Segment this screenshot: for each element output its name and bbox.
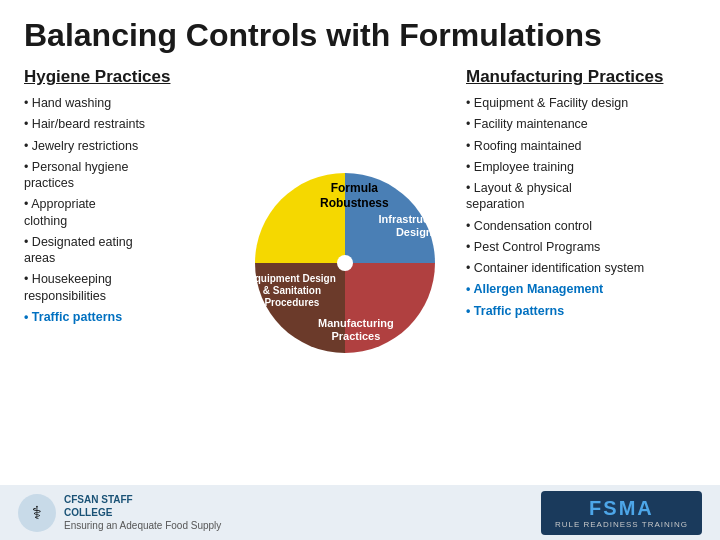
- list-item: Container identification system: [466, 260, 696, 276]
- list-item: Condensation control: [466, 218, 696, 234]
- cfsan-logo-icon: ⚕: [18, 494, 56, 532]
- svg-point-0: [337, 255, 353, 271]
- footer-left: ⚕ CFSAN STAFF COLLEGE Ensuring an Adequa…: [18, 493, 221, 532]
- list-item: Pest Control Programs: [466, 239, 696, 255]
- content-area: Hygiene Practices Hand washing Hair/bear…: [24, 67, 696, 459]
- list-item: Hand washing: [24, 95, 224, 111]
- list-item: Facility maintenance: [466, 116, 696, 132]
- hygiene-panel: Hygiene Practices Hand washing Hair/bear…: [24, 67, 224, 459]
- manufacturing-panel: Manufacturing Practices Equipment & Faci…: [466, 67, 696, 459]
- cfsan-text: CFSAN STAFF COLLEGE Ensuring an Adequate…: [64, 493, 221, 532]
- pie-chart: FormulaRobustness InfrastructureDesign E…: [230, 153, 460, 373]
- fsma-logo: FSMA RULE READINESS TRAINING: [541, 491, 702, 535]
- manufacturing-header: Manufacturing Practices: [466, 67, 696, 87]
- hygiene-header: Hygiene Practices: [24, 67, 224, 87]
- list-item: Housekeepingresponsibilities: [24, 271, 224, 304]
- pie-svg: [230, 153, 460, 373]
- list-item-highlight: Traffic patterns: [24, 309, 224, 325]
- list-item: Employee training: [466, 159, 696, 175]
- list-item: Personal hygienepractices: [24, 159, 224, 192]
- footer: ⚕ CFSAN STAFF COLLEGE Ensuring an Adequa…: [0, 485, 720, 540]
- list-item: Roofing maintained: [466, 138, 696, 154]
- list-item: Designated eatingareas: [24, 234, 224, 267]
- list-item: Equipment & Facility design: [466, 95, 696, 111]
- fsma-main-text: FSMA: [555, 497, 688, 520]
- list-item: Layout & physicalseparation: [466, 180, 696, 213]
- list-item-highlight: Traffic patterns: [466, 303, 696, 319]
- manufacturing-list: Equipment & Facility design Facility mai…: [466, 95, 696, 319]
- fsma-sub-text: RULE READINESS TRAINING: [555, 520, 688, 529]
- hygiene-list: Hand washing Hair/beard restraints Jewel…: [24, 95, 224, 325]
- slide: Balancing Controls with Formulations Hyg…: [0, 0, 720, 540]
- list-item: Jewelry restrictions: [24, 138, 224, 154]
- page-title: Balancing Controls with Formulations: [24, 18, 696, 53]
- list-item-highlight: Allergen Management: [466, 281, 696, 297]
- chart-area: FormulaRobustness InfrastructureDesign E…: [224, 67, 466, 459]
- list-item: Appropriateclothing: [24, 196, 224, 229]
- list-item: Hair/beard restraints: [24, 116, 224, 132]
